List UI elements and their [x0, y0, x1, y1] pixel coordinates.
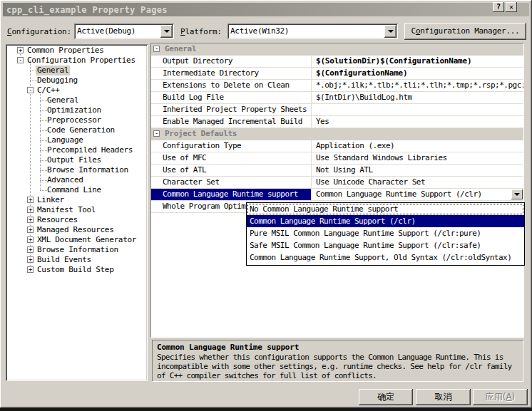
expand-icon[interactable]: +: [27, 217, 34, 223]
platform-select[interactable]: Active(Win32): [227, 24, 398, 39]
property-tree: +Common Properties -Configuration Proper…: [6, 44, 148, 381]
clr-support-dropdown-list: No Common Language Runtime support Commo…: [246, 202, 525, 266]
tree-item-build-events[interactable]: +Build Events: [6, 255, 148, 265]
tree-item-configuration-properties[interactable]: -Configuration Properties: [6, 56, 148, 66]
expand-icon[interactable]: +: [27, 207, 34, 213]
tree-item-debugging[interactable]: Debugging: [6, 76, 148, 85]
grid-row-use-of-atl[interactable]: Use of ATLNot Using ATL: [151, 165, 523, 177]
clr-support-value: Common Language Runtime Support (/clr): [316, 189, 482, 199]
configuration-manager-button[interactable]: Configuration Manager...: [404, 23, 526, 40]
tree-connector-line: [40, 94, 41, 190]
close-icon: ✕: [509, 3, 513, 11]
section-header-general[interactable]: -General: [151, 43, 523, 56]
tree-item-manifest-tool[interactable]: +Manifest Tool: [6, 205, 148, 215]
chevron-down-icon: [514, 193, 520, 199]
grid-row-clr-support[interactable]: Common Language Runtime support Common L…: [151, 189, 523, 201]
section-header-project-defaults[interactable]: -Project Defaults: [151, 128, 523, 140]
tree-item-code-generation[interactable]: Code Generation: [6, 125, 148, 135]
property-description-panel: Common Language Runtime support Specifie…: [152, 340, 523, 382]
tree-item-common-properties[interactable]: +Common Properties: [6, 46, 148, 56]
tree-item-optimization[interactable]: Optimization: [6, 105, 148, 115]
grid-row-character-set[interactable]: Character SetUse Unicode Character Set: [151, 177, 523, 189]
tree-item-preprocessor[interactable]: Preprocessor: [6, 115, 148, 125]
collapse-icon[interactable]: -: [153, 46, 160, 52]
expand-icon[interactable]: +: [27, 266, 34, 273]
clr-support-dropdown-button[interactable]: [511, 189, 523, 199]
help-button[interactable]: ?: [493, 2, 504, 12]
platform-label: Platform:: [180, 27, 222, 36]
grid-row-extensions-to-delete[interactable]: Extensions to Delete on Clean*.obj;*.ilk…: [151, 80, 523, 92]
expand-icon[interactable]: +: [27, 256, 34, 263]
apply-button: 应用(A): [473, 389, 528, 405]
grid-row-output-directory[interactable]: Output Directory$(SolutionDir)$(Configur…: [151, 56, 523, 68]
expand-icon[interactable]: +: [27, 236, 34, 243]
platform-dropdown-button[interactable]: [384, 25, 397, 38]
configuration-value: Active(Debug): [77, 26, 158, 36]
collapse-icon[interactable]: -: [153, 130, 160, 137]
tree-item-resources[interactable]: +Resources: [6, 215, 148, 225]
dropdown-option-clr-safe[interactable]: Safe MSIL Common Language Runtime Suppor…: [247, 239, 524, 251]
grid-row-configuration-type[interactable]: Configuration TypeApplication (.exe): [151, 140, 523, 152]
dropdown-option-clr-oldsyntax[interactable]: Common Language Runtime Support, Old Syn…: [247, 251, 524, 264]
platform-value: Active(Win32): [230, 26, 382, 36]
tree-item-browse-information[interactable]: Browse Information: [6, 165, 148, 175]
tree-item-advanced[interactable]: Advanced: [6, 175, 148, 185]
tree-item-output-files[interactable]: Output Files: [6, 155, 148, 165]
property-pages-dialog: cpp_cli_example Property Pages ? ✕ Confi…: [0, 0, 532, 408]
chevron-down-icon: [164, 30, 170, 36]
tree-item-xml-document-generator[interactable]: +XML Document Generator: [6, 235, 148, 245]
tree-item-managed-resources[interactable]: +Managed Resources: [6, 225, 148, 235]
help-icon: ?: [496, 3, 501, 11]
collapse-icon[interactable]: -: [27, 87, 34, 93]
expand-icon[interactable]: +: [27, 197, 34, 203]
screen-edge: [0, 408, 532, 411]
window-title: cpp_cli_example Property Pages: [3, 5, 168, 15]
description-body: Specifies whether this configuration sup…: [157, 353, 518, 380]
tree-item-language[interactable]: Language: [6, 135, 148, 145]
dropdown-option-clr[interactable]: Common Language Runtime Support (/clr): [247, 215, 524, 227]
expand-icon[interactable]: +: [27, 227, 34, 233]
grid-row-use-of-mfc[interactable]: Use of MFCUse Standard Windows Libraries: [151, 152, 523, 165]
tree-item-c-cpp[interactable]: -C/C++: [6, 85, 148, 95]
grid-row-build-log-file[interactable]: Build Log File$(IntDir)\BuildLog.htm: [151, 92, 523, 104]
configuration-label: Configuration:: [7, 27, 71, 36]
description-title: Common Language Runtime support: [157, 343, 518, 352]
chevron-down-icon: [388, 30, 394, 36]
tree-item-command-line[interactable]: Command Line: [6, 185, 148, 195]
expand-icon[interactable]: +: [17, 47, 24, 53]
dropdown-option-clr-pure[interactable]: Pure MSIL Common Language Runtime Suppor…: [247, 227, 524, 239]
cancel-button[interactable]: 取消: [416, 389, 471, 405]
close-button[interactable]: ✕: [506, 2, 517, 12]
property-grid: -General Output Directory$(SolutionDir)$…: [150, 43, 524, 338]
configuration-dropdown-button[interactable]: [160, 25, 173, 38]
configuration-select[interactable]: Active(Debug): [74, 24, 174, 39]
tree-item-precompiled-headers[interactable]: Precompiled Headers: [6, 145, 148, 155]
tree-item-linker[interactable]: +Linker: [6, 195, 148, 205]
grid-row-intermediate-directory[interactable]: Intermediate Directory$(ConfigurationNam…: [151, 68, 523, 80]
collapse-icon[interactable]: -: [17, 57, 24, 63]
ok-button[interactable]: 确定: [359, 389, 413, 405]
title-bar: cpp_cli_example Property Pages: [3, 3, 529, 16]
expand-icon[interactable]: +: [27, 246, 34, 253]
tree-item-general[interactable]: General: [6, 66, 148, 76]
tree-item-custom-build-step[interactable]: +Custom Build Step: [6, 265, 148, 275]
grid-row-enable-managed-incremental-build[interactable]: Enable Managed Incremental BuildYes: [151, 116, 523, 128]
grid-row-inherited-property-sheets[interactable]: Inherited Project Property Sheets: [151, 104, 523, 116]
dropdown-option-no-clr[interactable]: No Common Language Runtime support: [247, 203, 524, 215]
tree-item-cpp-general[interactable]: General: [6, 95, 148, 105]
tree-item-browse-information-tool[interactable]: +Browse Information: [6, 245, 148, 255]
